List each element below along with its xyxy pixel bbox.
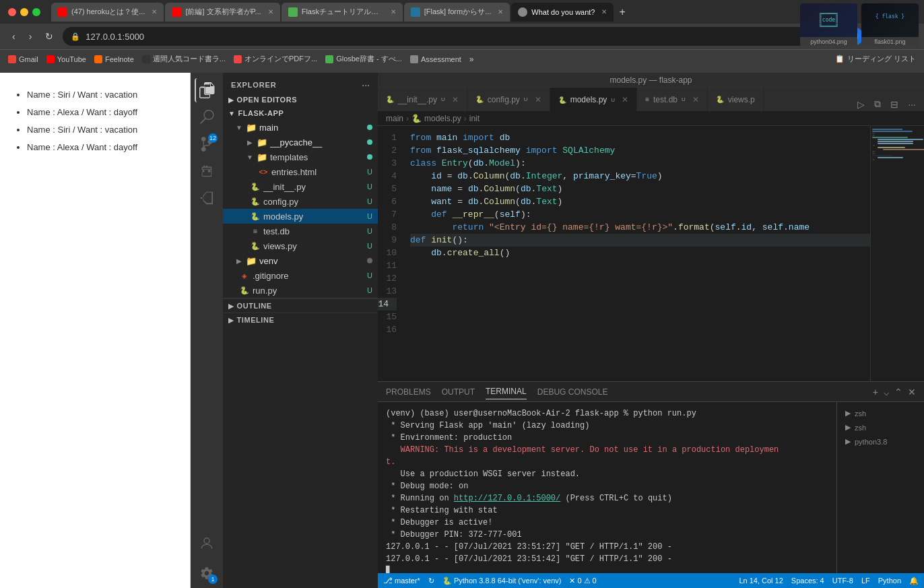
forward-button[interactable]: › <box>25 28 36 44</box>
status-python[interactable]: 🐍 Python 3.8.8 64-bit ('venv': venv) <box>442 577 562 585</box>
editor-tab-testdb[interactable]: ≡ test.db U ✕ <box>637 88 708 111</box>
close-button[interactable] <box>8 8 16 16</box>
editor-tab-models[interactable]: 🐍 models.py U ✕ <box>550 88 637 111</box>
extensions-icon[interactable] <box>195 186 219 210</box>
new-tab-button[interactable]: + <box>615 6 629 18</box>
flask-app-section[interactable]: ▼ FLASK-APP <box>223 106 378 120</box>
status-branch[interactable]: ⎇ master* <box>383 576 420 585</box>
run-debug-icon[interactable] <box>195 159 219 183</box>
models-tab-close[interactable]: ✕ <box>622 95 628 104</box>
file-entries-html[interactable]: <> entries.html U <box>223 164 378 179</box>
bookmark-youtube[interactable]: YouTube <box>46 55 86 63</box>
bookmark-assessment[interactable]: Assessment <box>410 55 461 63</box>
search-icon[interactable] <box>195 105 219 129</box>
file-init-py[interactable]: 🐍 __init__.py U <box>223 179 378 194</box>
outline-section[interactable]: ▶ OUTLINE <box>223 298 378 313</box>
minimize-button[interactable] <box>20 8 28 16</box>
explorer-icon[interactable] <box>195 78 219 102</box>
bookmark-assessment-label: Assessment <box>421 55 461 63</box>
more-tab-actions[interactable]: ··· <box>905 98 919 111</box>
browser-tab-1[interactable]: (47) herokuとは？使... ✕ <box>51 3 164 22</box>
status-spaces[interactable]: Spaces: 4 <box>791 577 824 585</box>
bookmark-nk[interactable]: 週間人気コード書ラ... <box>142 54 226 64</box>
editor-tab-views[interactable]: 🐍 views.p <box>708 88 764 111</box>
folder-main[interactable]: ▼ 📁 main <box>223 120 378 135</box>
tab-close-1[interactable]: ✕ <box>152 8 157 15</box>
tab-favicon-2 <box>172 7 181 17</box>
tab-close-3[interactable]: ✕ <box>391 8 396 15</box>
terminal-tab-output[interactable]: OUTPUT <box>442 385 475 399</box>
settings-icon[interactable]: 1 <box>195 561 219 585</box>
bookmark-gmail[interactable]: Gmail <box>8 55 38 63</box>
status-language[interactable]: Python <box>878 577 901 585</box>
folder-venv[interactable]: ▶ 📁 venv <box>223 253 378 268</box>
browser-tab-5[interactable]: What do you want? ✕ <box>511 3 614 22</box>
folder-templates[interactable]: ▼ 📁 templates <box>223 150 378 164</box>
terminal-tab-debug[interactable]: DEBUG CONSOLE <box>537 385 608 399</box>
init-tab-close[interactable]: ✕ <box>452 95 459 104</box>
reading-list-button[interactable]: 📋 リーディング リスト <box>835 54 916 64</box>
code-editor[interactable]: 1234 5678 9101112 1314 1516 from main im… <box>378 126 870 381</box>
testdb-tab-modified: U <box>682 96 686 102</box>
terminal-tab-problems[interactable]: PROBLEMS <box>386 385 431 399</box>
status-errors[interactable]: ✕ 0 ⚠ 0 <box>569 577 596 585</box>
file-gitignore[interactable]: ◈ .gitignore U <box>223 268 378 283</box>
file-run-py[interactable]: 🐍 run.py U <box>223 283 378 298</box>
file-tree: ▼ 📁 main ▶ 📁 __pycache__ ▼ <box>223 120 378 298</box>
bookmark-glosbe[interactable]: Glosbe辞書 - すべ... <box>325 54 402 64</box>
status-encoding[interactable]: UTF-8 <box>832 577 853 585</box>
reload-button[interactable]: ↻ <box>41 28 57 44</box>
editor-tab-init[interactable]: 🐍 __init__.py U ✕ <box>378 88 467 111</box>
run-py-badge: U <box>367 286 372 294</box>
browser-tab-4[interactable]: [Flask] formからサ... ✕ <box>404 3 510 22</box>
terminal-tab-terminal[interactable]: TERMINAL <box>486 384 527 399</box>
status-ln[interactable]: Ln 14, Col 12 <box>739 577 783 585</box>
source-control-icon[interactable]: 12 <box>195 132 219 156</box>
bookmarks-more[interactable]: » <box>469 55 474 64</box>
editor-tab-config[interactable]: 🐍 config.py U ✕ <box>467 88 550 111</box>
folder-pycache[interactable]: ▶ 📁 __pycache__ <box>223 135 378 150</box>
status-sync[interactable]: ↻ <box>428 577 434 585</box>
add-terminal-button[interactable]: + <box>873 387 878 397</box>
open-editors-section[interactable]: ▶ OPEN EDITORS <box>223 93 378 106</box>
split-terminal-button[interactable]: ⌵ <box>884 387 889 397</box>
init-tab-modified: U <box>441 96 445 102</box>
terminal-panel-zsh2[interactable]: ▶ zsh <box>843 422 919 433</box>
run-button[interactable]: ▷ <box>855 98 867 111</box>
code-content[interactable]: from main import db from flask_sqlalchem… <box>405 126 870 381</box>
testdb-tab-close[interactable]: ✕ <box>692 95 699 104</box>
gmail-favicon <box>8 55 16 63</box>
terminal-panel-zsh1[interactable]: ▶ zsh <box>843 407 919 419</box>
timeline-section[interactable]: ▶ TIMELINE <box>223 313 378 327</box>
tab-close-5[interactable]: ✕ <box>601 8 607 15</box>
bookmark-pdf[interactable]: オンラインでPDFフ... <box>234 54 317 64</box>
file-models-py[interactable]: 🐍 models.py U <box>223 209 378 224</box>
maximize-button[interactable] <box>32 8 40 16</box>
entries-html-label: entries.html <box>271 167 367 177</box>
file-test-db[interactable]: ≡ test.db U <box>223 224 378 238</box>
file-views-py[interactable]: 🐍 views.py U <box>223 238 378 253</box>
status-eol[interactable]: LF <box>861 577 870 585</box>
terminal-zsh2-label: zsh <box>855 424 866 432</box>
status-feedback[interactable]: 🔔 <box>909 577 919 585</box>
close-terminal-button[interactable]: ✕ <box>908 387 916 397</box>
back-button[interactable]: ‹ <box>8 28 20 44</box>
browser-tab-3[interactable]: Flaskチュートリアル・... ✕ <box>282 3 403 22</box>
account-icon[interactable] <box>195 531 219 556</box>
tab-close-4[interactable]: ✕ <box>498 8 503 15</box>
layout-button[interactable]: ⊟ <box>888 98 901 111</box>
bookmark-feelnote[interactable]: Feelnote <box>94 55 134 63</box>
browser-tab-2[interactable]: [前編] 文系初学者がP... ✕ <box>165 3 279 22</box>
split-editor-button[interactable]: ⧉ <box>871 97 884 111</box>
terminal-main[interactable]: (venv) (base) user@usernoMacBook-Air-2 f… <box>378 402 836 573</box>
file-config-py[interactable]: 🐍 config.py U <box>223 194 378 209</box>
address-bar[interactable]: 🔒 127.0.0.1:5000 <box>63 27 840 46</box>
test-db-label: test.db <box>263 226 367 236</box>
models-tab-label: models.py <box>570 95 607 104</box>
timeline-label: TIMELINE <box>237 316 275 324</box>
config-tab-close[interactable]: ✕ <box>535 95 541 104</box>
explorer-actions[interactable]: ··· <box>362 79 370 90</box>
maximize-terminal-button[interactable]: ⌃ <box>894 387 902 397</box>
terminal-panel-python[interactable]: ▶ python3.8 <box>843 436 919 447</box>
tab-close-2[interactable]: ✕ <box>268 8 273 15</box>
